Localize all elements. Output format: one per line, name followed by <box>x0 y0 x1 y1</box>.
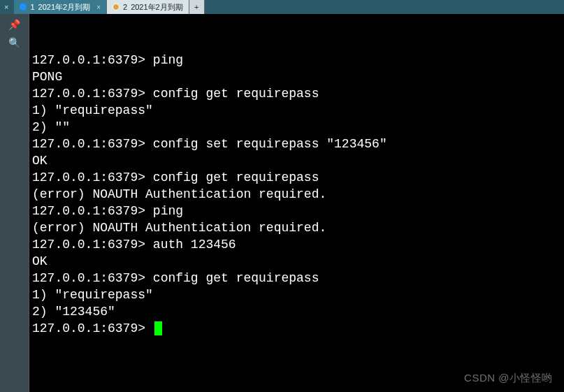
terminal-command-line: 127.0.0.1:6379> ping <box>32 52 561 68</box>
sidebar: 📌 🔍 <box>0 14 29 392</box>
tab-index: 1 <box>30 3 34 11</box>
terminal-command-line: 127.0.0.1:6379> config set requirepass "… <box>32 136 561 152</box>
terminal-output-line: (error) NOAUTH Authentication required. <box>32 219 561 236</box>
terminal-command-line: 127.0.0.1:6379> ping <box>32 203 561 219</box>
pin-icon[interactable]: 📌 <box>8 18 21 31</box>
terminal-output-line: (error) NOAUTH Authentication required. <box>32 186 561 203</box>
tab-label: 2021年2月到期 <box>38 2 91 13</box>
titlebar-left-marker: × <box>4 0 8 14</box>
search-icon[interactable]: 🔍 <box>8 36 21 49</box>
tab-session-2[interactable]: 2 2021年2月到期 <box>107 0 189 14</box>
terminal-command-line: 127.0.0.1:6379> config get requirepass <box>32 270 561 286</box>
terminal-cursor <box>154 321 162 335</box>
terminal-output-line: 1) "requirepass" <box>32 102 561 119</box>
terminal-output[interactable]: 127.0.0.1:6379> pingPONG127.0.0.1:6379> … <box>29 14 564 392</box>
tab-session-1[interactable]: 1 2021年2月到期 × <box>14 0 107 14</box>
terminal-output-line: PONG <box>32 68 561 85</box>
terminal-output-line: 2) "123456" <box>32 303 561 320</box>
new-tab-button[interactable]: + <box>189 0 205 14</box>
close-icon[interactable]: × <box>96 3 101 11</box>
plus-icon: + <box>194 3 198 11</box>
terminal-command-line: 127.0.0.1:6379> <box>32 320 561 337</box>
status-dot-icon <box>20 3 27 10</box>
terminal-output-line: OK <box>32 253 561 270</box>
terminal-output-line: OK <box>32 152 561 169</box>
terminal-output-line: 1) "requirepass" <box>32 286 561 303</box>
watermark: CSDN @小怪怪哟 <box>464 370 553 386</box>
terminal-output-line: 2) "" <box>32 119 561 136</box>
status-dot-icon <box>113 3 120 10</box>
main-area: 📌 🔍 127.0.0.1:6379> pingPONG127.0.0.1:63… <box>0 14 564 392</box>
title-bar: × 1 2021年2月到期 × 2 2021年2月到期 + <box>0 0 564 14</box>
terminal-command-line: 127.0.0.1:6379> config get requirepass <box>32 169 561 186</box>
terminal-command-line: 127.0.0.1:6379> config get requirepass <box>32 85 561 102</box>
terminal-command-line: 127.0.0.1:6379> auth 123456 <box>32 236 561 253</box>
tab-label: 2021年2月到期 <box>131 2 183 13</box>
tab-index: 2 <box>123 3 127 11</box>
